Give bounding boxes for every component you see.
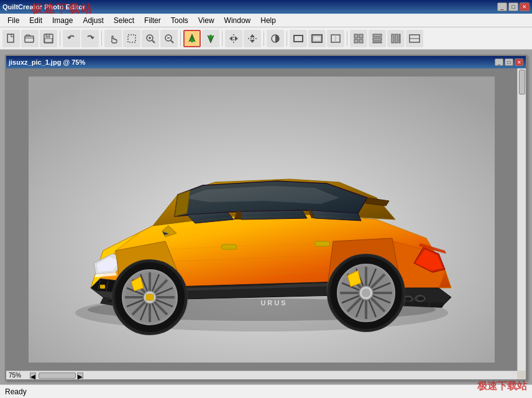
zoom-level: 75% xyxy=(9,372,27,379)
image-canvas: URUS xyxy=(29,76,495,363)
svg-rect-24 xyxy=(294,35,303,42)
svg-rect-37 xyxy=(395,34,398,43)
svg-rect-29 xyxy=(354,34,358,38)
zoom-in-button[interactable] xyxy=(142,30,159,47)
svg-point-86 xyxy=(362,289,370,297)
zoom-out-button[interactable] xyxy=(160,30,178,47)
separator-1 xyxy=(60,31,60,46)
menu-image[interactable]: Image xyxy=(47,14,78,27)
hand-tool-button[interactable] xyxy=(104,30,122,47)
title-bar-text: QuiltCreator Photo Editor xyxy=(2,3,85,11)
crop-up-button[interactable] xyxy=(183,30,201,47)
marquee-button[interactable] xyxy=(123,30,140,47)
menu-filter[interactable]: Filter xyxy=(139,14,166,27)
new-button[interactable] xyxy=(2,30,20,47)
svg-rect-1 xyxy=(25,36,34,42)
doc-minimize-button[interactable]: _ xyxy=(495,58,503,66)
svg-marker-19 xyxy=(235,36,238,41)
svg-rect-50 xyxy=(314,241,330,246)
close-button[interactable]: ✕ xyxy=(520,2,530,11)
maximize-button[interactable]: □ xyxy=(508,2,518,11)
crop-down-button[interactable] xyxy=(202,30,219,47)
app-window: QuiltCreator Photo Editor _ □ ✕ 极速下载站 Fi… xyxy=(0,0,532,398)
document-title-bar: jisuxz_pic_1.jpg @ 75% _ □ ✕ xyxy=(6,56,526,68)
title-bar-controls: _ □ ✕ xyxy=(497,2,530,11)
menu-bar: File Edit Image Adjust Select Filter Too… xyxy=(0,14,532,27)
separator-2 xyxy=(101,31,102,46)
thumb1-button[interactable] xyxy=(350,30,367,47)
scroll-corner xyxy=(517,371,526,379)
save-button[interactable] xyxy=(40,30,57,47)
separator-3 xyxy=(180,31,181,46)
svg-rect-26 xyxy=(313,36,321,41)
horizontal-scroll-thumb[interactable] xyxy=(39,373,76,379)
menu-select[interactable]: Select xyxy=(109,14,139,27)
separator-6 xyxy=(287,31,287,46)
vertical-scroll-thumb[interactable] xyxy=(519,70,525,95)
frame3-button[interactable] xyxy=(327,30,344,47)
frame2-button[interactable] xyxy=(308,30,326,47)
open-button[interactable] xyxy=(21,30,39,47)
svg-rect-30 xyxy=(359,34,363,38)
app-title: QuiltCreator Photo Editor xyxy=(2,3,85,11)
svg-rect-38 xyxy=(399,34,400,43)
svg-marker-22 xyxy=(250,40,255,43)
document-window: jisuxz_pic_1.jpg @ 75% _ □ ✕ xyxy=(5,55,527,381)
svg-rect-31 xyxy=(354,39,358,43)
svg-rect-4 xyxy=(45,39,52,42)
menu-tools[interactable]: Tools xyxy=(166,14,193,27)
title-bar: QuiltCreator Photo Editor _ □ ✕ xyxy=(0,0,532,14)
menu-help[interactable]: Help xyxy=(255,14,281,27)
svg-rect-48 xyxy=(100,285,105,289)
menu-file[interactable]: File xyxy=(2,14,24,27)
svg-rect-14 xyxy=(191,39,193,42)
toolbar xyxy=(0,27,532,50)
svg-rect-16 xyxy=(209,35,212,38)
minimize-button[interactable]: _ xyxy=(497,2,507,11)
scroll-left-arrow[interactable]: ◀ xyxy=(30,373,36,379)
zoom-status-bar: 75% ◀ ▶ xyxy=(6,371,517,379)
svg-rect-36 xyxy=(392,34,394,43)
thumb3-button[interactable] xyxy=(387,30,405,47)
redo-button[interactable] xyxy=(81,30,99,47)
document-title: jisuxz_pic_1.jpg @ 75% xyxy=(9,58,85,66)
status-bar: Ready xyxy=(0,384,532,398)
svg-rect-33 xyxy=(373,34,382,37)
frame1-button[interactable] xyxy=(290,30,307,47)
menu-window[interactable]: Window xyxy=(219,14,256,27)
scroll-right-arrow[interactable]: ▶ xyxy=(77,373,83,379)
vertical-scrollbar[interactable] xyxy=(517,68,526,371)
doc-maximize-button[interactable]: □ xyxy=(505,58,513,66)
canvas-area[interactable]: URUS xyxy=(6,68,517,371)
menu-edit[interactable]: Edit xyxy=(24,14,47,27)
status-text: Ready xyxy=(5,387,27,396)
svg-rect-0 xyxy=(7,34,14,42)
car-image: URUS xyxy=(29,76,495,363)
svg-rect-5 xyxy=(128,35,135,42)
svg-point-53 xyxy=(405,297,411,301)
doc-close-button[interactable]: ✕ xyxy=(515,58,523,66)
menu-view[interactable]: View xyxy=(193,14,219,27)
separator-7 xyxy=(347,31,347,46)
svg-marker-21 xyxy=(250,34,255,37)
flip-horizontal-button[interactable] xyxy=(225,30,242,47)
svg-rect-72 xyxy=(146,294,154,300)
thumb2-button[interactable] xyxy=(369,30,386,47)
svg-line-7 xyxy=(152,40,155,43)
svg-text:URUS: URUS xyxy=(260,299,287,307)
svg-rect-3 xyxy=(46,34,50,37)
content-area: jisuxz_pic_1.jpg @ 75% _ □ ✕ xyxy=(0,50,532,398)
svg-rect-49 xyxy=(221,244,237,249)
undo-button[interactable] xyxy=(63,30,80,47)
menu-adjust[interactable]: Adjust xyxy=(78,14,108,27)
svg-rect-32 xyxy=(359,39,363,43)
brightness-button[interactable] xyxy=(267,30,284,47)
svg-point-54 xyxy=(418,297,424,300)
svg-line-11 xyxy=(171,40,173,43)
flip-vertical-button[interactable] xyxy=(244,30,261,47)
separator-5 xyxy=(264,31,264,46)
svg-marker-18 xyxy=(229,36,232,41)
thumb4-button[interactable] xyxy=(406,30,423,47)
document-controls: _ □ ✕ xyxy=(495,58,523,66)
separator-4 xyxy=(222,31,222,46)
